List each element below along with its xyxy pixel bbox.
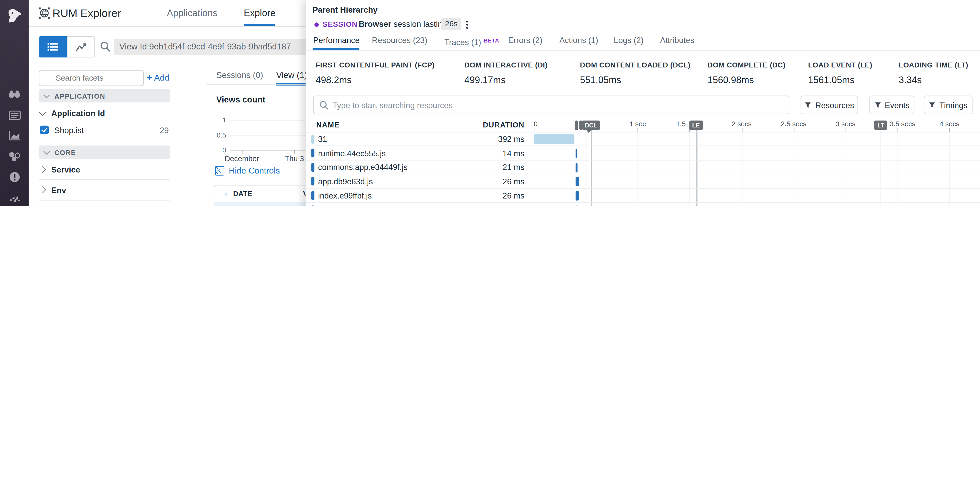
metric: DOM INTERACTIVE (DI)499.17ms [465, 61, 548, 85]
resource-duration: 14 ms [463, 149, 524, 158]
axis-tick-label: 3 secs [836, 120, 856, 127]
facet-group-core[interactable]: CORE [39, 146, 170, 159]
timeline-bar[interactable] [576, 191, 578, 200]
session-dot-icon [314, 22, 319, 27]
waterfall-row[interactable]: commons.app.e34449f.js 21 ms [306, 160, 980, 175]
resource-name: app.db9e63d.js [318, 177, 478, 187]
marker-badge-dcl: DCL [582, 121, 600, 130]
axis-tick-label: 3.5 secs [890, 120, 915, 127]
timeline-bar[interactable] [575, 149, 577, 158]
views-count-title: Views count [216, 95, 265, 104]
search-icon [100, 41, 111, 54]
checkbox-checked [40, 125, 49, 134]
monitors-icon[interactable] [0, 169, 29, 185]
axis-tick-label: 0 [534, 120, 538, 127]
collapse-panel-icon [215, 166, 224, 175]
axis-tick-label: 1.5 [676, 120, 686, 127]
date-column-header[interactable]: DATE [233, 190, 252, 197]
filter-button-timings[interactable]: Timings [924, 95, 972, 114]
waterfall-rows: 31 392 ms runtime.44ec555.js 14 ms commo… [306, 132, 980, 206]
resource-name: datadog-rum-us.js [318, 205, 478, 206]
marker-badge-le: LE [689, 121, 703, 130]
panel-tab-4[interactable]: Actions (1) [559, 34, 598, 50]
y-tick: 0.5 [202, 131, 226, 138]
timeline-bar[interactable] [534, 134, 574, 144]
facet-item-version[interactable]: Version [39, 204, 170, 206]
hide-controls-link[interactable]: Hide Controls [215, 166, 280, 175]
session-type-label: SESSION [323, 20, 358, 29]
apm-icon[interactable] [0, 189, 29, 205]
results-tab-1[interactable]: View (1) [276, 69, 307, 84]
x-tick-mark [294, 150, 295, 154]
search-icon [320, 101, 329, 110]
axis-tick-label: 2 secs [732, 120, 751, 127]
filter-button-events[interactable]: Events [869, 95, 915, 114]
timeline-bar[interactable] [576, 205, 577, 206]
facet-item-service[interactable]: Service [39, 163, 170, 176]
panel-tab-1[interactable]: Resources (23) [372, 34, 427, 50]
metric: DOM CONTENT LOADED (DCL)551.05ms [580, 61, 690, 85]
waterfall-row[interactable]: index.e99ffbf.js 26 ms [306, 189, 980, 203]
facet-item-env[interactable]: Env [39, 184, 170, 196]
metric: LOAD EVENT (LE)1561.05ms [808, 61, 872, 85]
rum-globe-icon [38, 7, 51, 22]
timeline-bar[interactable] [576, 163, 578, 172]
facet-search-input[interactable] [39, 70, 144, 86]
page-title: RUM Explorer [52, 7, 121, 20]
panel-tab-0[interactable]: Performance [313, 34, 360, 50]
marker-badge-lt: LT [874, 121, 888, 130]
resource-type-chip [311, 177, 314, 186]
divider [306, 50, 980, 51]
waterfall-row[interactable]: runtime.44ec555.js 14 ms [306, 146, 980, 160]
timeline-bar[interactable] [576, 177, 578, 186]
list-view-button[interactable] [39, 36, 67, 57]
session-side-panel: Parent Hierarchy SESSION Browser session… [305, 0, 980, 206]
panel-tab-2[interactable]: Traces (1)BETA [444, 34, 499, 50]
x-tick-label: December [223, 154, 261, 163]
resource-duration: 26 ms [463, 191, 524, 200]
waterfall-row[interactable]: datadog-rum-us.js 15 ms [306, 203, 980, 206]
panel-tab-6[interactable]: Attributes [660, 34, 694, 50]
resource-type-chip [311, 191, 314, 200]
resource-type-chip [311, 135, 314, 143]
marker-badge-hidden [575, 121, 578, 130]
resource-name: commons.app.e34449f.js [318, 162, 478, 173]
funnel-icon [929, 102, 936, 108]
infrastructure-icon[interactable] [0, 148, 29, 164]
datadog-logo[interactable] [0, 6, 29, 26]
metric: DOM COMPLETE (DC)1560.98ms [708, 61, 786, 85]
panel-tab-5[interactable]: Logs (2) [614, 34, 644, 50]
sort-desc-icon[interactable]: ↓ [224, 189, 228, 197]
resource-duration: 21 ms [463, 162, 524, 172]
waterfall-row[interactable]: app.db9e63d.js 26 ms [306, 175, 980, 189]
funnel-icon [874, 102, 881, 108]
beta-badge: BETA [484, 38, 499, 44]
divider [39, 179, 170, 180]
facet-value-shop.ist[interactable]: Shop.ist29 [39, 124, 170, 136]
timeseries-view-button[interactable] [67, 36, 95, 57]
facet-item-application-id[interactable]: Application Id [39, 107, 170, 119]
dashboards-icon[interactable] [0, 107, 29, 123]
axis-tick-label: 1 sec [629, 120, 646, 127]
parent-hierarchy-label: Parent Hierarchy [312, 5, 377, 14]
rum-explorer-app: ? RUM Explorer Applications Explore View… [0, 0, 980, 206]
axis-tick-label: 2.5 secs [781, 120, 807, 127]
waterfall-row[interactable]: 31 392 ms [306, 132, 980, 146]
filter-button-resources[interactable]: Resources [801, 95, 858, 114]
add-facet-button[interactable]: + Add [146, 72, 170, 84]
duration-column-header: DURATION [463, 121, 524, 129]
results-tab-0[interactable]: Sessions (0) [216, 69, 263, 84]
facet-list: APPLICATIONApplication IdShop.ist29CORES… [39, 89, 170, 206]
nav-rail: ? [0, 0, 29, 206]
resource-search-input[interactable]: Type to start searching resources [313, 95, 789, 114]
watchdog-icon[interactable] [0, 86, 29, 103]
metrics-icon[interactable] [0, 127, 29, 144]
divider [306, 132, 980, 132]
panel-tab-3[interactable]: Errors (2) [508, 34, 542, 50]
resource-duration: 26 ms [463, 177, 524, 186]
x-tick-mark [242, 150, 242, 154]
kebab-menu-icon[interactable] [463, 19, 471, 29]
resource-duration: 15 ms [463, 205, 524, 206]
facet-group-application[interactable]: APPLICATION [39, 89, 170, 103]
resource-name: index.e99ffbf.js [318, 191, 478, 202]
